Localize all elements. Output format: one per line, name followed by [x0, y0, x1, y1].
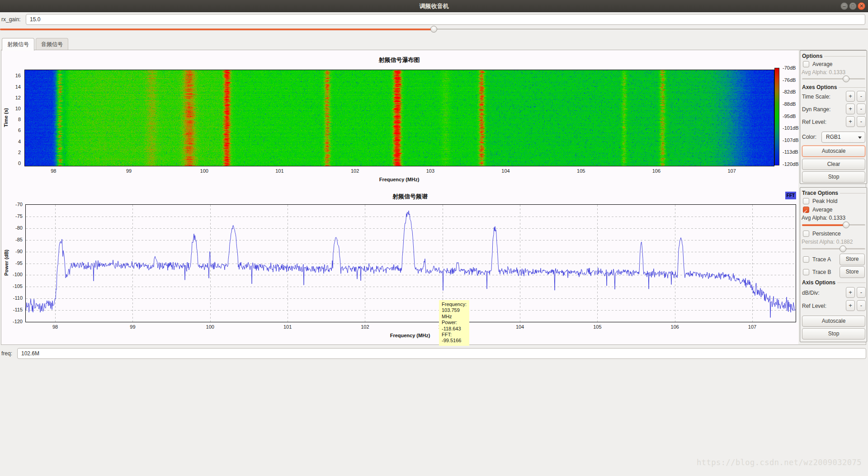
db-div-minus-button[interactable]: - [857, 287, 866, 298]
tick-label: -90 [5, 249, 23, 254]
options-group-title: Options [802, 53, 866, 59]
slider-handle[interactable] [843, 75, 849, 82]
spectrum-stop-button[interactable]: Stop [802, 328, 865, 339]
waterfall-title: 射频信号瀑布图 [331, 56, 467, 64]
trace-average-label: Average [812, 207, 832, 213]
tooltip-fft: FFT: -99.5166 [442, 332, 467, 344]
waterfall-canvas[interactable] [25, 70, 774, 166]
waterfall-stop-button[interactable]: Stop [802, 171, 865, 183]
tick-label: 0 [5, 160, 21, 166]
spectrum-ref-level-minus-button[interactable]: - [857, 300, 866, 311]
watermark: https://blog.csdn.net/wz2009032075 [697, 458, 862, 467]
color-dropdown-value: RGB1 [826, 134, 841, 140]
tick-label: 104 [511, 324, 529, 330]
close-icon[interactable]: ✕ [858, 2, 865, 10]
tab-audio-signal[interactable]: 音频信号 [36, 38, 68, 50]
tick-label: 98 [44, 168, 62, 174]
tick-label: 104 [497, 168, 515, 174]
tick-label: 99 [123, 324, 142, 330]
slider-track [802, 78, 865, 80]
trace-a-checkbox[interactable] [803, 256, 809, 263]
color-dropdown[interactable]: RGB1 [821, 132, 865, 143]
ref-level-label: Ref Level: [802, 119, 826, 125]
tick-label: 99 [120, 168, 138, 174]
tooltip-power: Power: -118.643 [442, 320, 467, 332]
dyn-range-plus-button[interactable]: + [846, 104, 855, 114]
avg-alpha-slider[interactable] [802, 75, 865, 83]
tick-label: 107 [723, 168, 741, 174]
axes-options-group-title: Axes Options [802, 84, 866, 90]
spectrum-autoscale-button[interactable]: Autoscale [802, 316, 865, 327]
tick-label: 6 [5, 127, 21, 133]
ref-level-minus-button[interactable]: - [857, 116, 866, 127]
tick-label: 14 [5, 84, 21, 90]
tick-label: -80 [5, 225, 23, 231]
slider-handle[interactable] [843, 222, 849, 228]
trace-b-checkbox[interactable] [803, 269, 809, 275]
persist-alpha-slider[interactable] [802, 245, 865, 253]
spectrum-plot[interactable] [25, 204, 796, 322]
tick-label: -115 [5, 307, 23, 312]
tick-label: 101 [270, 168, 288, 174]
peak-hold-checkbox[interactable] [803, 198, 809, 204]
tick-label: 105 [588, 324, 606, 330]
tick-label: 8 [5, 117, 21, 122]
tick-label: -105 [5, 283, 23, 289]
tick-label: 106 [647, 168, 665, 174]
waterfall-plot[interactable] [24, 70, 774, 166]
time-scale-plus-button[interactable]: + [846, 91, 855, 102]
average-checkbox[interactable] [803, 61, 809, 67]
maximize-icon[interactable]: □ [849, 2, 857, 10]
trace-average-checkbox[interactable] [803, 207, 809, 213]
axis-options-group-title: Axis Options [802, 279, 866, 286]
trace-avg-alpha-slider[interactable] [802, 222, 865, 229]
slider-handle[interactable] [430, 26, 437, 33]
tick-label: -100 [5, 272, 23, 277]
freq-input[interactable] [17, 348, 866, 359]
slider-fill [0, 28, 434, 30]
trace-a-store-button[interactable]: Store [840, 254, 865, 265]
time-scale-minus-button[interactable]: - [857, 91, 866, 102]
rx-gain-slider[interactable] [0, 26, 868, 33]
tick-label: 106 [666, 324, 684, 330]
tick-label: 102 [346, 168, 364, 174]
cursor-tooltip: Frequency: 103.759 MHz Power: -118.643 F… [439, 300, 469, 346]
db-div-plus-button[interactable]: + [846, 287, 855, 298]
chevron-down-icon [858, 137, 862, 139]
ref-level-plus-button[interactable]: + [846, 116, 855, 127]
avg-alpha-label: Avg Alpha: 0.1333 [802, 69, 845, 76]
spectrum-options-panel: Trace Options Peak Hold Average Avg Alph… [800, 187, 867, 342]
tick-label: 2 [5, 150, 21, 155]
tick-label: 105 [572, 168, 590, 174]
tick-label: -110 [5, 295, 23, 301]
trace-b-store-button[interactable]: Store [840, 266, 865, 278]
slider-track [802, 248, 865, 250]
tick-label: 98 [46, 324, 64, 330]
spectrum-canvas[interactable] [26, 205, 796, 322]
trace-b-label: Trace B [812, 269, 831, 276]
persistence-checkbox[interactable] [803, 231, 809, 237]
persistence-label: Persistence [812, 231, 841, 237]
minimize-icon[interactable]: – [840, 2, 848, 10]
trace-avg-alpha-label: Avg Alpha: 0.1333 [802, 215, 845, 222]
tick-label: 12 [5, 95, 21, 100]
dyn-range-minus-button[interactable]: - [857, 104, 866, 114]
waterfall-clear-button[interactable]: Clear [802, 159, 865, 170]
tab-rf-signal[interactable]: 射频信号 [2, 38, 34, 51]
db-div-label: dB/Div: [802, 290, 820, 296]
persist-alpha-label: Persist Alpha: 0.1882 [802, 239, 853, 245]
spectrum-ref-level-plus-button[interactable]: + [846, 300, 855, 311]
rx-gain-label: rx_gain: [1, 14, 21, 25]
time-scale-label: Time Scale: [802, 94, 830, 100]
tick-label: 102 [356, 324, 374, 330]
tick-label: -120 [5, 319, 23, 324]
titlebar: 调频收音机 – □ ✕ [0, 0, 868, 12]
spectrum-title: 射频信号频谱 [342, 193, 478, 201]
trace-a-label: Trace A [812, 256, 831, 263]
waterfall-colorbar [774, 68, 779, 165]
rx-gain-input[interactable] [26, 14, 865, 25]
tick-label: 100 [201, 324, 219, 330]
slider-handle[interactable] [840, 245, 846, 252]
tick-label: -70 [5, 202, 23, 207]
waterfall-autoscale-button[interactable]: Autoscale [802, 146, 865, 157]
